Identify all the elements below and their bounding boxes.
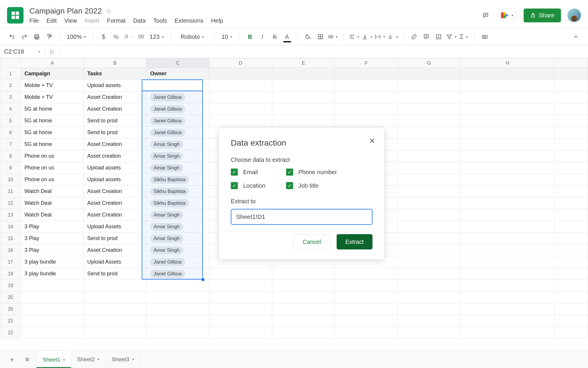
row-header[interactable]: 15	[0, 233, 21, 244]
zoom-select[interactable]: 100%	[65, 32, 88, 42]
cell[interactable]	[272, 91, 335, 103]
cell[interactable]	[397, 174, 460, 186]
cell[interactable]	[83, 280, 146, 292]
strikethrough-button[interactable]: S	[270, 32, 280, 42]
insert-chart-icon[interactable]	[434, 32, 444, 42]
menu-tools[interactable]: Tools	[153, 17, 167, 24]
menu-help[interactable]: Help	[211, 17, 223, 24]
cell[interactable]	[397, 150, 460, 162]
row-header[interactable]: 22	[0, 327, 21, 339]
cell[interactable]	[272, 315, 335, 327]
menu-view[interactable]: View	[64, 17, 77, 24]
cell[interactable]	[460, 256, 554, 268]
cell[interactable]	[83, 292, 146, 303]
cell[interactable]	[21, 292, 84, 303]
cell[interactable]: Amar Singh	[146, 162, 209, 174]
borders-button[interactable]	[315, 32, 325, 42]
extract-to-input[interactable]	[231, 209, 372, 225]
person-chip[interactable]: Janet Gilboa	[150, 270, 185, 278]
cell[interactable]	[554, 174, 588, 186]
cell[interactable]	[209, 280, 272, 292]
row-header[interactable]: 20	[0, 292, 21, 303]
cell[interactable]: 3 play bundle	[21, 256, 84, 268]
cell[interactable]	[460, 186, 554, 197]
row-header[interactable]: 11	[0, 186, 21, 197]
cell[interactable]	[460, 103, 554, 115]
cell[interactable]: Sikhu Baptista	[146, 197, 209, 209]
cell[interactable]	[272, 327, 335, 339]
account-avatar[interactable]	[567, 9, 581, 22]
cell[interactable]	[460, 174, 554, 186]
cell[interactable]	[554, 103, 588, 115]
col-header-A[interactable]: A	[21, 59, 84, 68]
currency-icon[interactable]: $	[98, 32, 108, 42]
person-chip[interactable]: Amar Singh	[150, 211, 183, 219]
cell[interactable]: Upload Assets	[83, 256, 146, 268]
row-header[interactable]: 1	[0, 68, 21, 80]
share-button[interactable]: Share	[524, 9, 561, 22]
collapse-toolbar-icon[interactable]	[571, 32, 581, 42]
cell[interactable]	[209, 115, 272, 127]
cell[interactable]: Asset Creation	[83, 139, 146, 150]
person-chip[interactable]: Amar Singh	[150, 140, 183, 149]
name-box[interactable]: C2:C18	[0, 45, 45, 58]
col-header-C[interactable]: C	[146, 59, 209, 68]
person-chip[interactable]: Sikhu Baptista	[150, 199, 189, 207]
cell[interactable]	[460, 139, 554, 150]
cell[interactable]	[335, 292, 398, 303]
percent-icon[interactable]: %	[111, 32, 121, 42]
add-sheet-button[interactable]: ＋	[6, 353, 18, 366]
cell[interactable]	[397, 103, 460, 115]
checkbox-job-title[interactable]: ✓Job title	[286, 182, 337, 189]
cell[interactable]	[146, 315, 209, 327]
cell[interactable]	[554, 197, 588, 209]
cell[interactable]	[146, 303, 209, 315]
cell[interactable]	[335, 68, 398, 80]
filter-button[interactable]	[446, 32, 457, 42]
cell[interactable]	[397, 91, 460, 103]
cell[interactable]	[335, 303, 398, 315]
cell[interactable]: Amar Singh	[146, 139, 209, 150]
cell[interactable]: Amar Singh	[146, 244, 209, 256]
row-header[interactable]: 4	[0, 103, 21, 115]
cell[interactable]	[397, 186, 460, 197]
menu-insert[interactable]: Insert	[85, 17, 99, 24]
cell[interactable]: Mobile + TV	[21, 80, 84, 91]
col-header-G[interactable]: G	[397, 59, 460, 68]
star-icon[interactable]: ☆	[106, 7, 112, 15]
cell[interactable]	[209, 103, 272, 115]
cell[interactable]	[554, 327, 588, 339]
all-sheets-button[interactable]: ≡	[21, 353, 34, 366]
col-header-H[interactable]: H	[460, 59, 554, 68]
row-header[interactable]: 8	[0, 150, 21, 162]
checkbox-location[interactable]: ✓Location	[231, 182, 265, 189]
cell[interactable]	[554, 68, 588, 80]
cell[interactable]	[554, 91, 588, 103]
cell[interactable]	[272, 303, 335, 315]
person-chip[interactable]: Amar Singh	[150, 223, 183, 231]
cell[interactable]	[397, 280, 460, 292]
cell[interactable]	[460, 68, 554, 80]
cell[interactable]: 5G at home	[21, 139, 84, 150]
cell[interactable]	[397, 256, 460, 268]
cell[interactable]	[460, 221, 554, 233]
v-align-button[interactable]	[362, 32, 372, 42]
cell[interactable]	[554, 115, 588, 127]
cell[interactable]: 3 Play	[21, 221, 84, 233]
cell[interactable]	[397, 233, 460, 244]
person-chip[interactable]: Janet Gilboa	[150, 129, 185, 137]
cell[interactable]	[335, 115, 398, 127]
cell[interactable]	[554, 209, 588, 221]
cell[interactable]	[397, 327, 460, 339]
cell[interactable]: Janet Gilboa	[146, 268, 209, 280]
cell[interactable]	[397, 162, 460, 174]
cell[interactable]	[460, 162, 554, 174]
cell[interactable]	[209, 80, 272, 91]
cell[interactable]: Upload assets	[83, 162, 146, 174]
font-size-select[interactable]: 10	[220, 32, 234, 42]
person-chip[interactable]: Janet Gilboa	[150, 105, 185, 113]
number-format-select[interactable]: 123	[148, 32, 165, 42]
insert-comment-icon[interactable]	[421, 32, 431, 42]
keyboard-icon[interactable]	[480, 32, 490, 42]
cell[interactable]	[272, 115, 335, 127]
